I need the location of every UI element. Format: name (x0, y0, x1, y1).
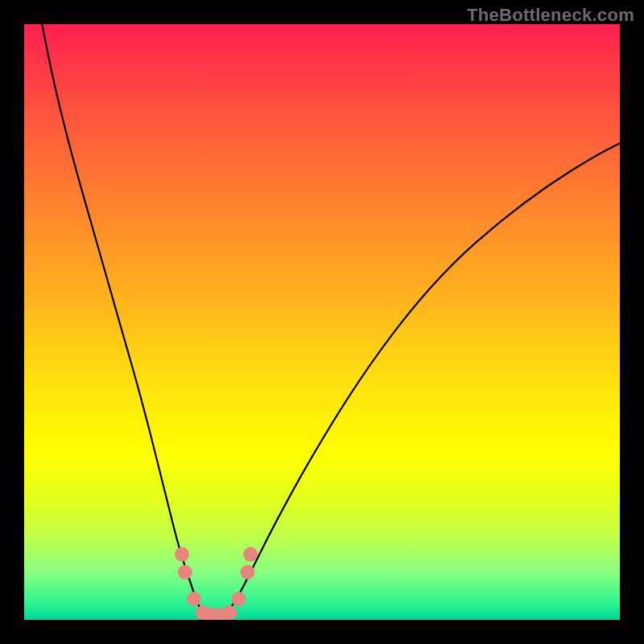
threshold-marker (243, 547, 258, 562)
watermark-text: TheBottleneck.com (467, 5, 634, 26)
threshold-marker (178, 565, 192, 580)
bottleneck-curve (42, 24, 620, 620)
threshold-marker (175, 547, 189, 562)
plot-area (24, 24, 620, 620)
curve-layer (24, 24, 620, 620)
threshold-marker (222, 605, 237, 620)
chart-frame: TheBottleneck.com (0, 0, 644, 644)
threshold-marker (241, 565, 255, 580)
threshold-marker (187, 592, 201, 606)
threshold-marker (231, 592, 246, 606)
